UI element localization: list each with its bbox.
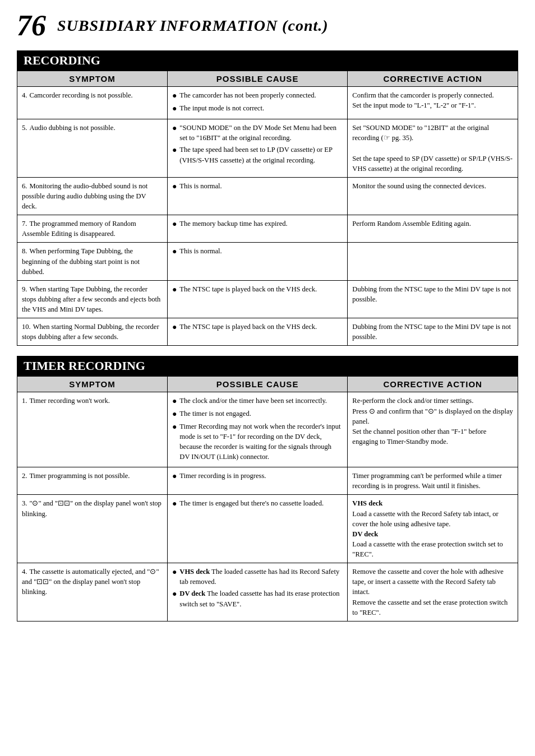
symptom-num: 9. xyxy=(22,285,27,293)
table-row: 6.Monitoring the audio-dubbed sound is n… xyxy=(17,177,518,215)
cause-bullet: ●The NTSC tape is played back on the VHS… xyxy=(172,322,343,333)
symptom-num: 1. xyxy=(22,397,27,405)
cause-cell: ●This is normal. xyxy=(167,243,347,280)
recording-col-action: CORRECTIVE ACTION xyxy=(348,71,518,87)
symptom-cell: 4.The cassette is automatically ejected,… xyxy=(17,563,168,622)
symptom-cell: 8.When performing Tape Dubbing, the begi… xyxy=(17,243,168,280)
cause-cell: ●VHS deck The loaded cassette has had it… xyxy=(167,563,347,622)
table-row: 10.When starting Normal Dubbing, the rec… xyxy=(17,318,518,346)
symptom-num: 8. xyxy=(22,247,27,255)
timer-col-cause: POSSIBLE CAUSE xyxy=(167,377,347,392)
action-cell xyxy=(348,243,518,280)
action-cell: Perform Random Assemble Editing again. xyxy=(348,215,518,243)
cause-cell: ●The memory backup time has expired. xyxy=(167,215,347,243)
cause-cell: ●The NTSC tape is played back on the VHS… xyxy=(167,280,347,318)
symptom-cell: 10.When starting Normal Dubbing, the rec… xyxy=(17,318,168,346)
symptom-cell: 2.Timer programming is not possible. xyxy=(17,467,168,495)
cause-bullet: ●This is normal. xyxy=(172,181,343,192)
action-cell: Timer programming can't be performed whi… xyxy=(348,467,518,495)
cause-bullet: ●The camcorder has not been properly con… xyxy=(172,90,343,101)
symptom-cell: 5.Audio dubbing is not possible. xyxy=(17,119,168,178)
table-row: 8.When performing Tape Dubbing, the begi… xyxy=(17,243,518,280)
cause-bullet: ●The timer is engaged but there's no cas… xyxy=(172,498,343,509)
table-row: 1.Timer recording won't work.●The clock … xyxy=(17,392,518,467)
cause-bullet: ●The memory backup time has expired. xyxy=(172,219,343,230)
action-cell: Re-perform the clock and/or timer settin… xyxy=(348,392,518,467)
cause-bullet: ●"SOUND MODE" on the DV Mode Set Menu ha… xyxy=(172,123,343,143)
table-row: 3."⊙" and "⊡⊡" on the display panel won'… xyxy=(17,495,518,563)
page-number: 76 xyxy=(17,11,46,40)
table-row: 7.The programmed memory of Random Assemb… xyxy=(17,215,518,243)
action-cell: Remove the cassette and cover the hole w… xyxy=(348,563,518,622)
symptom-cell: 9.When starting Tape Dubbing, the record… xyxy=(17,280,168,318)
symptom-num: 5. xyxy=(22,124,27,132)
cause-bullet: ●The tape speed had been set to LP (DV c… xyxy=(172,145,343,165)
timer-section: TIMER RECORDING SYMPTOM POSSIBLE CAUSE C… xyxy=(17,356,518,621)
recording-col-cause: POSSIBLE CAUSE xyxy=(167,71,347,87)
recording-table: SYMPTOM POSSIBLE CAUSE CORRECTIVE ACTION… xyxy=(17,71,518,346)
table-row: 2.Timer programming is not possible.●Tim… xyxy=(17,467,518,495)
recording-section: RECORDING SYMPTOM POSSIBLE CAUSE CORRECT… xyxy=(17,50,518,346)
symptom-num: 3. xyxy=(22,499,27,507)
cause-cell: ●The clock and/or the timer have been se… xyxy=(167,392,347,467)
cause-cell: ●The timer is engaged but there's no cas… xyxy=(167,495,347,563)
timer-col-action: CORRECTIVE ACTION xyxy=(348,377,518,392)
symptom-num: 4. xyxy=(22,568,27,576)
recording-section-title: RECORDING xyxy=(17,50,518,71)
symptom-num: 6. xyxy=(22,182,27,190)
table-row: 4.The cassette is automatically ejected,… xyxy=(17,563,518,622)
action-cell: Set "SOUND MODE" to "12BIT" at the origi… xyxy=(348,119,518,178)
page-header: 76 SUBSIDIARY INFORMATION (cont.) xyxy=(17,11,518,40)
cause-cell: ●The camcorder has not been properly con… xyxy=(167,87,347,119)
cause-bullet: ●The NTSC tape is played back on the VHS… xyxy=(172,284,343,295)
cause-cell: ●"SOUND MODE" on the DV Mode Set Menu ha… xyxy=(167,119,347,178)
action-cell: Monitor the sound using the connected de… xyxy=(348,177,518,215)
cause-bullet: ●Timer Recording may not work when the r… xyxy=(172,421,343,462)
cause-cell: ●This is normal. xyxy=(167,177,347,215)
symptom-cell: 3."⊙" and "⊡⊡" on the display panel won'… xyxy=(17,495,168,563)
recording-col-symptom: SYMPTOM xyxy=(17,71,168,87)
symptom-cell: 4.Camcorder recording is not possible. xyxy=(17,87,168,119)
table-row: 4.Camcorder recording is not possible.●T… xyxy=(17,87,518,119)
symptom-cell: 7.The programmed memory of Random Assemb… xyxy=(17,215,168,243)
cause-bullet: ●The timer is not engaged. xyxy=(172,409,343,420)
table-row: 5.Audio dubbing is not possible.●"SOUND … xyxy=(17,119,518,178)
table-row: 9.When starting Tape Dubbing, the record… xyxy=(17,280,518,318)
timer-col-symptom: SYMPTOM xyxy=(17,377,168,392)
cause-cell: ●The NTSC tape is played back on the VHS… xyxy=(167,318,347,346)
timer-table: SYMPTOM POSSIBLE CAUSE CORRECTIVE ACTION… xyxy=(17,376,518,621)
timer-section-title: TIMER RECORDING xyxy=(17,356,518,376)
action-cell: Confirm that the camcorder is properly c… xyxy=(348,87,518,119)
symptom-cell: 6.Monitoring the audio-dubbed sound is n… xyxy=(17,177,168,215)
symptom-num: 7. xyxy=(22,220,27,228)
page-title: SUBSIDIARY INFORMATION (cont.) xyxy=(57,17,329,35)
cause-bullet: ●Timer recording is in progress. xyxy=(172,471,343,482)
cause-bullet: ●DV deck The loaded cassette has had its… xyxy=(172,588,343,609)
action-cell: Dubbing from the NTSC tape to the Mini D… xyxy=(348,318,518,346)
action-cell: VHS deckLoad a cassette with the Record … xyxy=(348,495,518,563)
symptom-num: 10. xyxy=(22,323,31,331)
cause-bullet: ●VHS deck The loaded cassette has had it… xyxy=(172,567,343,587)
cause-cell: ●Timer recording is in progress. xyxy=(167,467,347,495)
action-cell: Dubbing from the NTSC tape to the Mini D… xyxy=(348,280,518,318)
cause-bullet: ●This is normal. xyxy=(172,246,343,257)
symptom-num: 2. xyxy=(22,472,27,480)
cause-bullet: ●The input mode is not correct. xyxy=(172,103,343,114)
symptom-num: 4. xyxy=(22,91,27,99)
symptom-cell: 1.Timer recording won't work. xyxy=(17,392,168,467)
cause-bullet: ●The clock and/or the timer have been se… xyxy=(172,396,343,407)
